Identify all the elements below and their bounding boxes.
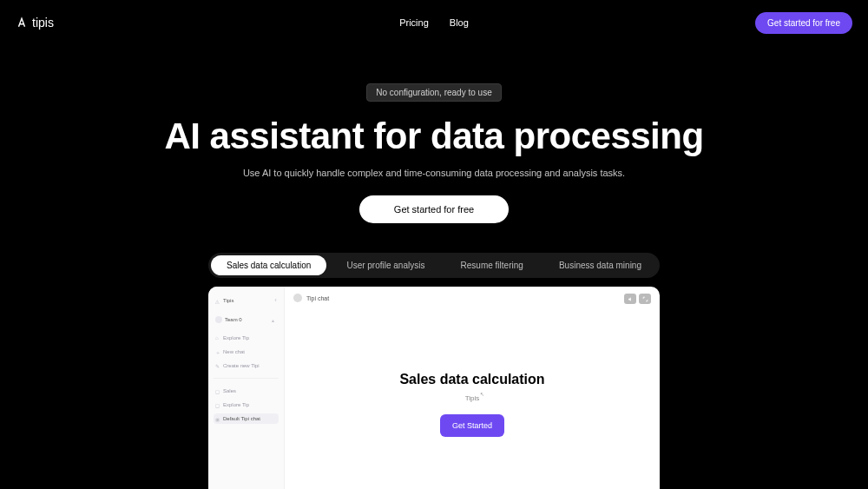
chat-icon: ◻ <box>215 388 220 393</box>
hero-section: No configuration, ready to use AI assist… <box>0 35 868 223</box>
team-avatar <box>215 316 222 323</box>
sidebar-recent-sales[interactable]: ◻ Sales <box>214 386 279 396</box>
sidebar-collapse-icon[interactable]: ‹ <box>274 296 277 304</box>
header-cta-button[interactable]: Get started for free <box>755 12 852 34</box>
create-icon: ✎ <box>215 363 220 368</box>
sidebar-divider <box>214 378 279 379</box>
app-preview-window: ◬ Tipis ‹ Team 0 ▴ ⌂ Explore Tip ＋ New c… <box>208 287 660 489</box>
demo-get-started-button[interactable]: Get Started <box>440 414 504 437</box>
hero-badge: No configuration, ready to use <box>366 83 501 102</box>
cursor-icon: ↖ <box>480 391 484 397</box>
sidebar-item-label: Sales <box>223 388 236 393</box>
explore-icon: ⌂ <box>215 335 220 340</box>
sidebar-item-label: Explore Tip <box>223 335 249 340</box>
primary-nav: Pricing Blog <box>399 17 469 28</box>
hero-cta-button[interactable]: Get started for free <box>359 195 509 223</box>
demo-title: Sales data calculation <box>399 372 544 387</box>
sidebar-team[interactable]: Team 0 ▴ <box>214 314 279 326</box>
sidebar-workspace[interactable]: ◬ Tipis ‹ <box>214 294 279 307</box>
tab-sales-data[interactable]: Sales data calculation <box>211 255 326 275</box>
app-sidebar: ◬ Tipis ‹ Team 0 ▴ ⌂ Explore Tip ＋ New c… <box>208 287 285 489</box>
demo-center: Sales data calculation Tipis ↖ Get Start… <box>293 294 651 489</box>
sidebar-item-label: Default Tipi chat <box>223 416 260 421</box>
chat-icon: ◉ <box>215 416 220 421</box>
app-main-pane: Tipi chat Sales data calculation Tipis ↖… <box>285 287 660 489</box>
nav-pricing[interactable]: Pricing <box>399 17 429 28</box>
sidebar-item-label: Explore Tip <box>223 402 249 407</box>
hero-subtitle: Use AI to quickly handle complex and tim… <box>0 168 868 178</box>
sidebar-recent-explore[interactable]: ◻ Explore Tip <box>214 400 279 410</box>
sidebar-recent-default[interactable]: ◉ Default Tipi chat <box>214 413 279 424</box>
hero-title: AI assistant for data processing <box>0 116 868 157</box>
brand-name: tipis <box>32 16 54 30</box>
logo-icon <box>16 17 28 29</box>
tab-user-profile[interactable]: User profile analysis <box>331 255 440 275</box>
team-name: Team 0 <box>225 317 242 322</box>
workspace-name: Tipis <box>223 298 233 303</box>
chat-icon: ◻ <box>215 402 220 407</box>
site-header: tipis Pricing Blog Get started for free <box>0 0 868 35</box>
sidebar-item-label: New chat <box>223 349 245 354</box>
tab-business-data[interactable]: Business data mining <box>543 255 657 275</box>
brand-logo[interactable]: tipis <box>16 16 54 30</box>
new-chat-icon: ＋ <box>215 349 220 354</box>
demo-brand: Tipis ↖ <box>465 394 480 402</box>
sidebar-item-create-tipi[interactable]: ✎ Create new Tipi <box>214 360 279 371</box>
team-menu-icon[interactable]: ▴ <box>272 317 277 322</box>
demo-tabs: Sales data calculation User profile anal… <box>208 253 660 278</box>
sidebar-item-label: Create new Tipi <box>223 363 260 368</box>
sidebar-item-explore[interactable]: ⌂ Explore Tip <box>214 333 279 343</box>
nav-blog[interactable]: Blog <box>450 17 469 28</box>
workspace-icon: ◬ <box>215 298 220 303</box>
tab-resume-filtering[interactable]: Resume filtering <box>445 255 539 275</box>
sidebar-item-new-chat[interactable]: ＋ New chat <box>214 347 279 357</box>
